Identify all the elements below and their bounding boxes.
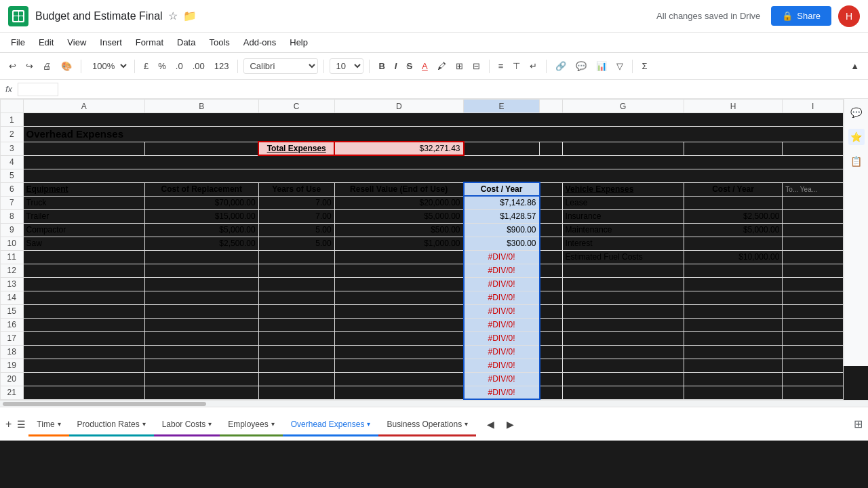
row15-e: #DIV/0! (464, 304, 540, 318)
col-header-b[interactable]: B (144, 100, 258, 113)
row8-c: 7.00 (258, 209, 334, 223)
row16-e: #DIV/0! (464, 318, 540, 331)
undo-button[interactable]: ↩ (5, 58, 20, 74)
table-row: 18 #DIV/0! (1, 345, 844, 359)
text-color-button[interactable]: A (418, 58, 431, 74)
row9-e: $900.00 (464, 223, 540, 237)
link-button[interactable]: 🔗 (552, 58, 570, 74)
menu-format[interactable]: Format (130, 35, 169, 49)
format123-button[interactable]: 123 (211, 58, 233, 74)
col-header-f[interactable] (540, 100, 563, 113)
col-header-d[interactable]: D (334, 100, 463, 113)
row3-f (540, 142, 563, 155)
formula-input[interactable] (64, 84, 863, 94)
header-vehicle-expenses: Vehicle Expenses (562, 182, 684, 196)
font-size-select[interactable]: 10 (330, 58, 363, 74)
main-area: A B C D E G H I 1 2 (0, 99, 868, 400)
print-button[interactable]: 🖨 (39, 58, 55, 74)
row10-e: $300.00 (464, 237, 540, 250)
bold-button[interactable]: B (375, 59, 388, 73)
row-num-5: 5 (1, 169, 24, 182)
percent-button[interactable]: % (155, 58, 170, 74)
comments-panel-icon[interactable]: 💬 (848, 104, 865, 121)
chart-button[interactable]: 📊 (593, 58, 610, 74)
italic-button[interactable]: I (391, 59, 401, 73)
tab-scroll-right[interactable]: ▶ (501, 416, 519, 432)
share-button[interactable]: 🔒 Share (771, 6, 831, 26)
col-header-h[interactable]: H (684, 100, 783, 113)
wrap-button[interactable]: ↵ (526, 58, 540, 74)
tab-business-operations[interactable]: Business Operations ▾ (378, 412, 476, 436)
font-select[interactable]: Calibri (243, 58, 318, 74)
row10-a: Saw (23, 237, 144, 250)
title-icons: ☆ 📁 (168, 9, 197, 22)
highlight-button[interactable]: 🖍 (434, 58, 450, 74)
zoom-select[interactable]: 100% (87, 59, 129, 73)
table-row: 11 #DIV/0! Estimated Fuel Costs $10,000.… (1, 250, 844, 264)
avatar[interactable]: H (838, 5, 860, 27)
currency-button[interactable]: £ (140, 58, 152, 74)
comment-button[interactable]: 💬 (572, 58, 590, 74)
menu-file[interactable]: File (5, 35, 31, 49)
row10-h (684, 237, 783, 250)
tab-employees[interactable]: Employees ▾ (220, 412, 282, 436)
divider-5 (369, 60, 370, 73)
decimal0-button[interactable]: .0 (172, 58, 186, 74)
folder-icon[interactable]: 📁 (183, 9, 197, 22)
menu-view[interactable]: View (62, 35, 92, 49)
borders-button[interactable]: ⊞ (452, 58, 467, 74)
sheet-options-button[interactable]: ⊞ (851, 415, 865, 433)
sheets-addon-icon[interactable]: 📋 (848, 153, 865, 169)
table-row: 16 #DIV/0! (1, 318, 844, 331)
menu-data[interactable]: Data (172, 35, 201, 49)
cell-reference-input[interactable] (18, 83, 58, 96)
menu-tools[interactable]: Tools (203, 35, 235, 49)
grid-wrapper[interactable]: A B C D E G H I 1 2 (0, 99, 844, 400)
tab-time-arrow: ▾ (58, 420, 61, 428)
scroll-thumb[interactable] (3, 402, 206, 406)
valign-button[interactable]: ⊤ (509, 58, 524, 74)
tab-overhead-expenses[interactable]: Overhead Expenses ▾ (283, 412, 379, 436)
decimal00-button[interactable]: .00 (189, 58, 208, 74)
filter-button[interactable]: ▽ (613, 58, 627, 74)
corner-header (1, 100, 24, 113)
merge-button[interactable]: ⊟ (469, 58, 484, 74)
menu-insert[interactable]: Insert (94, 35, 127, 49)
row-num-20: 20 (1, 372, 24, 386)
tab-production-rates[interactable]: Production Rates ▾ (69, 412, 154, 436)
col-header-i[interactable]: I (783, 100, 844, 113)
collapse-button[interactable]: ▲ (847, 58, 863, 74)
align-button[interactable]: ≡ (495, 58, 507, 74)
tab-scroll-left[interactable]: ◀ (481, 416, 500, 432)
menu-help[interactable]: Help (284, 35, 313, 49)
document-title[interactable]: Budget and Estimate Final (35, 10, 163, 22)
col-header-g[interactable]: G (562, 100, 684, 113)
row-num-18: 18 (1, 345, 24, 359)
row-num-1: 1 (1, 113, 24, 127)
sigma-button[interactable]: Σ (638, 58, 650, 74)
explore-panel-icon[interactable]: ⭐ (848, 129, 865, 145)
menu-edit[interactable]: Edit (33, 35, 59, 49)
menu-addons[interactable]: Add-ons (238, 35, 281, 49)
redo-button[interactable]: ↪ (22, 58, 37, 74)
add-sheet-button[interactable]: + (3, 415, 14, 433)
row8-f (540, 209, 563, 223)
tab-time[interactable]: Time ▾ (28, 412, 68, 436)
paint-format-button[interactable]: 🎨 (58, 58, 75, 74)
row7-h (684, 196, 783, 209)
spreadsheet-title: Overhead Expenses (23, 127, 843, 142)
sheet-list-button[interactable]: ☰ (14, 416, 28, 432)
divider-4 (323, 60, 324, 73)
col-header-a[interactable]: A (23, 100, 144, 113)
strikethrough-button[interactable]: S (403, 59, 416, 73)
star-icon[interactable]: ☆ (168, 9, 178, 22)
horizontal-scrollbar[interactable] (0, 400, 868, 407)
col-header-e[interactable]: E (464, 100, 540, 113)
row-num-19: 19 (1, 359, 24, 372)
table-row: 1 (1, 113, 844, 127)
row3-a (23, 142, 144, 155)
col-header-c[interactable]: C (258, 100, 334, 113)
tab-labor-costs[interactable]: Labor Costs ▾ (154, 412, 220, 436)
divider-7 (546, 60, 547, 73)
row3-g (562, 142, 684, 155)
